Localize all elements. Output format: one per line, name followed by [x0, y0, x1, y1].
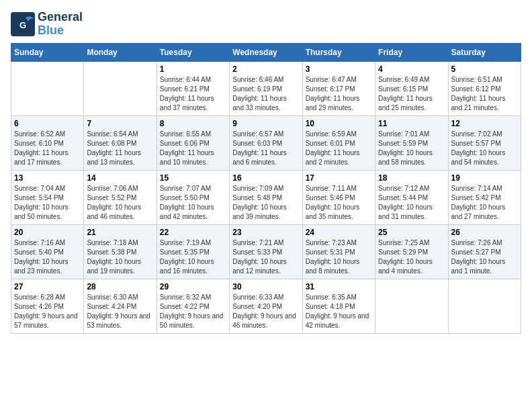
logo-line2: Blue [38, 24, 83, 38]
day-number: 17 [306, 173, 372, 183]
day-info: Sunrise: 6:51 AM Sunset: 6:12 PM Dayligh… [451, 75, 518, 113]
day-number: 24 [306, 228, 372, 237]
day-number: 5 [451, 64, 518, 74]
calendar-cell: 3Sunrise: 6:47 AM Sunset: 6:17 PM Daylig… [302, 61, 375, 116]
day-number: 3 [306, 64, 372, 74]
weekday-header: Thursday [302, 43, 375, 61]
calendar-week-row: 1Sunrise: 6:44 AM Sunset: 6:21 PM Daylig… [11, 61, 521, 116]
day-number: 14 [87, 173, 153, 183]
day-info: Sunrise: 6:33 AM Sunset: 4:20 PM Dayligh… [232, 293, 299, 330]
day-number: 6 [14, 119, 81, 128]
calendar-table: SundayMondayTuesdayWednesdayThursdayFrid… [11, 43, 521, 334]
page-header: G General Blue [11, 11, 521, 38]
day-number: 27 [14, 282, 81, 291]
calendar-cell: 24Sunrise: 7:23 AM Sunset: 5:31 PM Dayli… [302, 224, 375, 279]
calendar-cell: 11Sunrise: 7:01 AM Sunset: 5:59 PM Dayli… [375, 116, 448, 170]
calendar-cell: 5Sunrise: 6:51 AM Sunset: 6:12 PM Daylig… [448, 61, 521, 116]
day-info: Sunrise: 7:19 AM Sunset: 5:35 PM Dayligh… [160, 238, 226, 276]
day-number: 31 [306, 282, 372, 291]
day-number: 10 [306, 119, 372, 128]
calendar-cell: 4Sunrise: 6:49 AM Sunset: 6:15 PM Daylig… [375, 61, 448, 116]
calendar-cell [11, 61, 84, 116]
calendar-cell: 25Sunrise: 7:25 AM Sunset: 5:29 PM Dayli… [375, 224, 448, 279]
calendar-week-row: 27Sunrise: 6:28 AM Sunset: 4:26 PM Dayli… [11, 279, 521, 333]
logo: G General Blue [11, 11, 83, 38]
calendar-cell: 1Sunrise: 6:44 AM Sunset: 6:21 PM Daylig… [157, 61, 229, 116]
calendar-cell: 22Sunrise: 7:19 AM Sunset: 5:35 PM Dayli… [157, 224, 229, 279]
calendar-week-row: 6Sunrise: 6:52 AM Sunset: 6:10 PM Daylig… [11, 116, 521, 170]
weekday-header: Sunday [11, 43, 84, 61]
day-number: 29 [160, 282, 226, 291]
weekday-header: Wednesday [230, 43, 302, 61]
day-info: Sunrise: 6:49 AM Sunset: 6:15 PM Dayligh… [378, 75, 445, 113]
day-info: Sunrise: 7:11 AM Sunset: 5:46 PM Dayligh… [306, 184, 372, 222]
day-number: 11 [378, 119, 445, 128]
day-number: 25 [378, 228, 445, 237]
calendar-cell: 9Sunrise: 6:57 AM Sunset: 6:03 PM Daylig… [230, 116, 302, 170]
calendar-cell: 10Sunrise: 6:59 AM Sunset: 6:01 PM Dayli… [302, 116, 375, 170]
calendar-cell: 27Sunrise: 6:28 AM Sunset: 4:26 PM Dayli… [11, 279, 84, 333]
calendar-week-row: 20Sunrise: 7:16 AM Sunset: 5:40 PM Dayli… [11, 224, 521, 279]
day-number: 8 [160, 119, 226, 128]
weekday-header: Friday [375, 43, 448, 61]
day-info: Sunrise: 6:32 AM Sunset: 4:22 PM Dayligh… [160, 293, 226, 330]
calendar-cell: 13Sunrise: 7:04 AM Sunset: 5:54 PM Dayli… [11, 170, 84, 224]
logo-icon: G [11, 12, 35, 36]
calendar-cell: 2Sunrise: 6:46 AM Sunset: 6:19 PM Daylig… [230, 61, 302, 116]
calendar-week-row: 13Sunrise: 7:04 AM Sunset: 5:54 PM Dayli… [11, 170, 521, 224]
calendar-cell: 6Sunrise: 6:52 AM Sunset: 6:10 PM Daylig… [11, 116, 84, 170]
calendar-cell [448, 279, 521, 333]
day-info: Sunrise: 6:28 AM Sunset: 4:26 PM Dayligh… [14, 293, 81, 330]
calendar-cell: 17Sunrise: 7:11 AM Sunset: 5:46 PM Dayli… [302, 170, 375, 224]
day-number: 19 [451, 173, 518, 183]
day-number: 22 [160, 228, 226, 237]
calendar-cell: 26Sunrise: 7:26 AM Sunset: 5:27 PM Dayli… [448, 224, 521, 279]
day-number: 15 [160, 173, 226, 183]
day-info: Sunrise: 6:47 AM Sunset: 6:17 PM Dayligh… [306, 75, 372, 113]
day-number: 26 [451, 228, 518, 237]
day-info: Sunrise: 7:21 AM Sunset: 5:33 PM Dayligh… [232, 238, 299, 276]
day-info: Sunrise: 6:44 AM Sunset: 6:21 PM Dayligh… [160, 75, 226, 113]
day-number: 18 [378, 173, 445, 183]
calendar-cell: 21Sunrise: 7:18 AM Sunset: 5:38 PM Dayli… [84, 224, 157, 279]
day-info: Sunrise: 7:06 AM Sunset: 5:52 PM Dayligh… [87, 184, 153, 222]
day-number: 7 [87, 119, 153, 128]
day-number: 20 [14, 228, 81, 237]
calendar-cell: 20Sunrise: 7:16 AM Sunset: 5:40 PM Dayli… [11, 224, 84, 279]
calendar-cell: 30Sunrise: 6:33 AM Sunset: 4:20 PM Dayli… [230, 279, 302, 333]
day-info: Sunrise: 6:57 AM Sunset: 6:03 PM Dayligh… [232, 130, 299, 167]
logo-line1: General [38, 11, 83, 24]
day-info: Sunrise: 7:26 AM Sunset: 5:27 PM Dayligh… [451, 238, 518, 276]
calendar-cell: 8Sunrise: 6:55 AM Sunset: 6:06 PM Daylig… [157, 116, 229, 170]
calendar-cell: 15Sunrise: 7:07 AM Sunset: 5:50 PM Dayli… [157, 170, 229, 224]
calendar-cell: 12Sunrise: 7:02 AM Sunset: 5:57 PM Dayli… [448, 116, 521, 170]
calendar-cell: 19Sunrise: 7:14 AM Sunset: 5:42 PM Dayli… [448, 170, 521, 224]
day-info: Sunrise: 6:35 AM Sunset: 4:18 PM Dayligh… [306, 293, 372, 330]
day-info: Sunrise: 7:14 AM Sunset: 5:42 PM Dayligh… [451, 184, 518, 222]
day-number: 2 [232, 64, 299, 74]
day-number: 9 [232, 119, 299, 128]
day-number: 16 [232, 173, 299, 183]
day-info: Sunrise: 7:09 AM Sunset: 5:48 PM Dayligh… [232, 184, 299, 222]
day-info: Sunrise: 6:55 AM Sunset: 6:06 PM Dayligh… [160, 130, 226, 167]
day-info: Sunrise: 7:18 AM Sunset: 5:38 PM Dayligh… [87, 238, 153, 276]
calendar-cell: 31Sunrise: 6:35 AM Sunset: 4:18 PM Dayli… [302, 279, 375, 333]
day-info: Sunrise: 7:16 AM Sunset: 5:40 PM Dayligh… [14, 238, 81, 276]
calendar-header-row: SundayMondayTuesdayWednesdayThursdayFrid… [11, 43, 521, 61]
day-number: 28 [87, 282, 153, 291]
day-info: Sunrise: 6:52 AM Sunset: 6:10 PM Dayligh… [14, 130, 81, 167]
day-number: 12 [451, 119, 518, 128]
day-info: Sunrise: 6:30 AM Sunset: 4:24 PM Dayligh… [87, 293, 153, 330]
day-number: 4 [378, 64, 445, 74]
day-info: Sunrise: 7:25 AM Sunset: 5:29 PM Dayligh… [378, 238, 445, 276]
day-number: 13 [14, 173, 81, 183]
day-info: Sunrise: 7:02 AM Sunset: 5:57 PM Dayligh… [451, 130, 518, 167]
day-number: 23 [232, 228, 299, 237]
day-info: Sunrise: 6:54 AM Sunset: 6:08 PM Dayligh… [87, 130, 153, 167]
calendar-cell: 23Sunrise: 7:21 AM Sunset: 5:33 PM Dayli… [230, 224, 302, 279]
weekday-header: Saturday [448, 43, 521, 61]
day-info: Sunrise: 7:12 AM Sunset: 5:44 PM Dayligh… [378, 184, 445, 222]
calendar-cell: 18Sunrise: 7:12 AM Sunset: 5:44 PM Dayli… [375, 170, 448, 224]
calendar-cell: 14Sunrise: 7:06 AM Sunset: 5:52 PM Dayli… [84, 170, 157, 224]
calendar-cell: 7Sunrise: 6:54 AM Sunset: 6:08 PM Daylig… [84, 116, 157, 170]
